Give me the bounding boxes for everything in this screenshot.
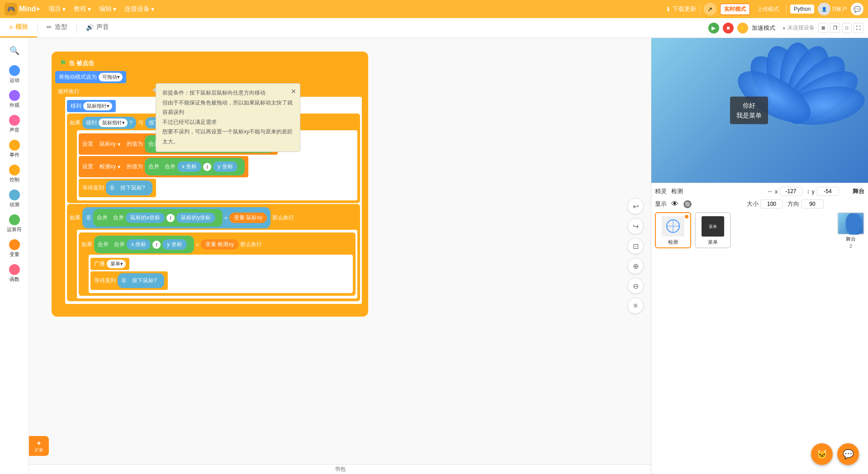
category-sound[interactable]: 声音 — [2, 112, 27, 136]
ext-button[interactable]: + 扩展 — [29, 436, 49, 456]
eq2-label: = — [196, 242, 199, 248]
realtime-mode-button[interactable]: 实时模式 — [720, 4, 750, 15]
search-button[interactable]: 🔍 — [6, 43, 23, 59]
category-operators[interactable]: 运算符 — [2, 212, 27, 236]
eye-hidden-icon[interactable]: 🔘 — [683, 200, 692, 209]
touch-dropdown[interactable]: 鼠标指针 ▾ — [99, 118, 128, 127]
stage-mini-preview[interactable] — [837, 212, 864, 235]
stop-button[interactable]: ■ — [723, 23, 734, 33]
x-coord-block: x 坐标 — [177, 161, 201, 172]
category-sidebar: 🔍 运动 外观 声音 事件 控制 侦测 运算符 — [0, 38, 29, 474]
sprite-panel: 精灵 检测 ↔ x -127 ↕ y -54 舞台 显示 — [651, 183, 868, 474]
top-nav: 🎮 Mind+ 项目 ▾ 教程 ▾ 编辑 ▾ 连接设备 ▾ ⬇ 下载更新 ↗ 实… — [0, 0, 868, 18]
menu-connect[interactable]: 连接设备 ▾ — [121, 3, 158, 15]
category-functions[interactable]: 函数 — [2, 261, 27, 285]
tab-costumes[interactable]: ✏ 造型 — [38, 18, 76, 38]
redo-button[interactable]: ↪ — [627, 218, 644, 234]
events-label: 事件 — [9, 152, 19, 158]
sprite-label: 精灵 — [655, 187, 667, 195]
wait1-label: 等待直到 — [82, 184, 104, 192]
tab-blocks[interactable]: ≡ 模块 — [0, 18, 37, 38]
drag-label: 将拖动模式设为 — [59, 73, 97, 81]
looks-dot — [9, 90, 20, 101]
mouse-xy-var: 鼠标xy ▾ — [95, 139, 125, 149]
zoom-in-button[interactable]: ⊕ — [627, 258, 644, 274]
zoom-out-button[interactable]: ⊖ — [627, 278, 644, 294]
menu-sprite-popup: 你好 我是菜单 — [730, 97, 768, 124]
size-label: 大小 — [747, 200, 759, 208]
menu-line2: 我是菜单 — [736, 110, 762, 120]
hat-block: ⚑ 当 被点击 — [55, 57, 99, 70]
python-button[interactable]: Python — [790, 5, 814, 14]
window-btn-fullscreen[interactable]: ⛶ — [854, 23, 863, 33]
block-workspace[interactable]: ⚑ 当 被点击 将拖动模式设为 可拖动 ▾ 循环执行 — [29, 38, 651, 474]
x-axis-icon: ↔ — [767, 188, 773, 195]
window-btn-grid[interactable]: ⊞ — [818, 23, 828, 33]
customer-service-icon[interactable]: 💬 — [851, 3, 863, 15]
loop-label: 循环执行 — [58, 88, 80, 95]
dir-value[interactable]: 90 — [801, 199, 824, 209]
wait2-label: 等待直到 — [94, 277, 116, 284]
eye-visible-icon[interactable]: 👁 — [671, 200, 678, 208]
fab-buttons: 🐱 💬 — [811, 443, 859, 465]
control-label: 控制 — [9, 176, 19, 183]
y-coord-block: y 坐标 — [213, 161, 237, 172]
join7-label: 合并 — [98, 241, 109, 248]
join6-block: 合并 鼠标的x坐标 / 鼠标的y坐标 — [109, 211, 219, 225]
share-icon[interactable]: ↗ — [704, 3, 716, 15]
app-logo: 🎮 Mind+ — [5, 3, 40, 15]
menu-project[interactable]: 项目 ▾ — [45, 3, 69, 15]
not3-label: 非 — [121, 277, 127, 284]
zoom-reset-button[interactable]: ≡ — [627, 298, 644, 314]
window-btn-split[interactable]: ❐ — [830, 23, 840, 33]
window-buttons: ⊞ ❐ □ ⛶ — [818, 23, 863, 33]
var-detectxy: 变量 检测xy — [201, 239, 238, 250]
category-looks[interactable]: 外观 — [2, 87, 27, 111]
accel-icon[interactable]: ⚡ — [737, 23, 748, 33]
sprite-thumb-detect[interactable]: 检测 — [655, 212, 691, 248]
wait1-block: 等待直到 非 按下鼠标? — [79, 179, 156, 197]
menu-tutorial[interactable]: 教程 ▾ — [70, 3, 95, 15]
detect-xy-var: 检测xy ▾ — [95, 161, 125, 172]
ext-label: 扩展 — [35, 447, 43, 453]
stage-controls: ▶ ■ ⚡ 加速模式 ● 未连接设备 ⊞ ❐ □ ⛶ — [708, 23, 868, 33]
show-label: 显示 — [655, 200, 667, 208]
second-toolbar: ≡ 模块 ✏ 造型 🔊 声音 ▶ ■ ⚡ 加速模式 ● 未连接设备 ⊞ ❐ □ … — [0, 18, 868, 38]
category-control[interactable]: 控制 — [2, 162, 27, 186]
add-screen-fab[interactable]: 💬 — [837, 443, 859, 465]
size-value[interactable]: 100 — [760, 199, 783, 209]
tab-sounds[interactable]: 🔊 声音 — [77, 18, 118, 38]
x-value[interactable]: -127 — [780, 187, 802, 196]
bottom-bar: 书包 — [29, 464, 651, 474]
update-button[interactable]: ⬇ 下载更新 — [666, 5, 696, 13]
undo-button[interactable]: ↩ — [627, 198, 644, 214]
add-sprite-fab[interactable]: 🐱 — [811, 443, 833, 465]
crop-button[interactable]: ⊡ — [627, 238, 644, 254]
variables-label: 变量 — [9, 251, 19, 258]
if2-block: 如果 非 合并 合并 鼠标的x坐标 / — [67, 204, 360, 301]
window-btn-single[interactable]: □ — [842, 23, 852, 33]
mouse-pointer-dropdown[interactable]: 鼠标指针 ▾ — [83, 102, 112, 110]
if3-block: 如果 合并 合并 x 坐标 / y 坐标 — [79, 232, 356, 296]
user-avatar-area[interactable]: 👤 D账户 — [818, 3, 847, 15]
join4-block: 合并 x 坐标 / y 坐标 — [161, 160, 241, 174]
operators-label: 运算符 — [7, 226, 22, 233]
sprite-thumb-menu[interactable]: 菜单 菜单 — [695, 212, 731, 248]
drag-dropdown[interactable]: 可拖动 ▾ — [99, 73, 123, 81]
y-value[interactable]: -54 — [816, 187, 839, 196]
wait2-row: 等待直到 非 按下鼠标? — [90, 271, 351, 290]
upload-mode-button[interactable]: 上传模式 — [754, 4, 783, 14]
tooltip-close-button[interactable]: ✕ — [291, 86, 296, 97]
category-variables[interactable]: 变量 — [2, 237, 27, 261]
menu-edit[interactable]: 编辑 ▾ — [95, 3, 120, 15]
menu-dropdown[interactable]: 菜单 ▾ — [107, 260, 126, 268]
run-button[interactable]: ▶ — [708, 23, 719, 33]
sounds-icon: 🔊 — [86, 24, 94, 31]
category-motion[interactable]: 运动 — [2, 62, 27, 86]
not1-block: 非 按下鼠标? — [106, 180, 152, 195]
wait1-row: 等待直到 非 按下鼠标? — [79, 179, 356, 197]
category-events[interactable]: 事件 — [2, 137, 27, 161]
motion-dot — [9, 65, 20, 76]
category-sensing[interactable]: 侦测 — [2, 187, 27, 211]
user-avatar: 👤 — [818, 3, 830, 15]
